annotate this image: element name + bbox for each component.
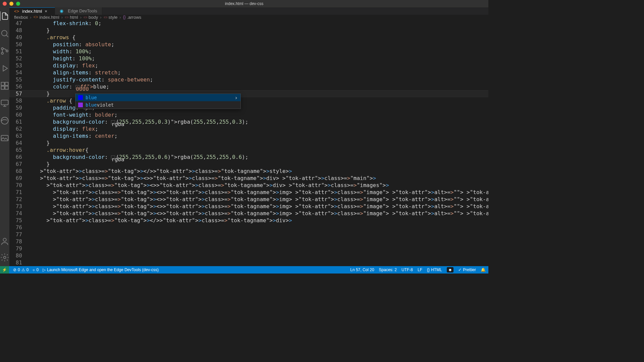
source-control-icon[interactable] (0, 46, 9, 56)
language-mode[interactable]: {} HTML (427, 267, 442, 272)
suggest-item-blue[interactable]: blue › (75, 94, 240, 101)
code-content[interactable]: flex-shrink: 0; } .arrows { position: ab… (34, 20, 488, 266)
svg-point-1 (1, 48, 3, 50)
close-icon[interactable]: × (45, 9, 50, 14)
suggest-item-blueviolet[interactable]: blueviolet (75, 101, 240, 109)
tab-label: Edge DevTools (68, 8, 97, 13)
chevron-right-icon: › (61, 15, 63, 20)
color-swatch-icon (78, 95, 83, 100)
editor-group-left: <> index.html × ◉ Edge DevTools ⋯ flexbo… (9, 7, 488, 266)
element-icon: ▭ (84, 15, 87, 19)
indentation[interactable]: Spaces: 2 (379, 267, 397, 272)
breadcrumb-item: <>index.html (34, 15, 59, 20)
svg-rect-4 (1, 82, 4, 85)
activity-bar (0, 7, 9, 266)
svg-rect-6 (1, 86, 4, 89)
svg-rect-10 (1, 135, 8, 141)
settings-gear-icon[interactable] (0, 253, 9, 262)
element-icon: ▭ (104, 15, 107, 19)
breadcrumb-item: {}.arrows (123, 15, 142, 20)
tab-label: index.html (22, 9, 42, 14)
prettier-status[interactable]: ✓ Prettier (458, 267, 476, 272)
launch-edge-task[interactable]: ▷Launch Microsoft Edge and open the Edge… (43, 267, 159, 272)
problems-errors[interactable]: ⊘0 ⚠0 (13, 267, 29, 272)
titlebar: index.html — dev-css (0, 0, 488, 7)
html-file-icon: <> (34, 15, 38, 19)
status-bar: ⚡ ⊘0 ⚠0 ⟐0 ▷Launch Microsoft Edge and op… (0, 266, 488, 274)
cursor-position[interactable]: Ln 57, Col 20 (350, 267, 374, 272)
chevron-right-icon: › (119, 15, 121, 20)
html-file-icon: <> (14, 8, 19, 14)
chevron-right-icon: › (80, 15, 82, 20)
encoding[interactable]: UTF-8 (401, 267, 413, 272)
svg-point-0 (2, 31, 7, 36)
tab-index-html[interactable]: <> index.html × (9, 7, 55, 15)
eol[interactable]: LF (418, 267, 422, 272)
account-icon[interactable] (0, 237, 9, 246)
edge-tools-icon[interactable] (0, 116, 9, 125)
breadcrumb-item: ▭style (104, 15, 118, 20)
window-close-icon[interactable] (3, 2, 7, 6)
chevron-right-icon: › (100, 15, 101, 20)
edge-icon: ◉ (60, 8, 65, 14)
tweet-feedback-icon[interactable]: ☻ (447, 267, 454, 273)
svg-point-9 (1, 117, 8, 124)
code-editor[interactable]: 4748495051525354555657585960616263646566… (9, 20, 488, 266)
chevron-right-icon: › (30, 15, 31, 20)
window-minimize-icon[interactable] (9, 2, 13, 6)
svg-rect-7 (5, 86, 8, 89)
run-debug-icon[interactable] (0, 64, 9, 73)
breadcrumbs[interactable]: flexbox › <>index.html › ▭html › ▭body ›… (9, 15, 488, 20)
svg-rect-8 (1, 100, 8, 105)
css-rule-icon: {} (123, 15, 126, 19)
window-title: index.html — dev-css (225, 1, 264, 6)
notifications-icon[interactable]: 🔔 (481, 267, 486, 272)
breadcrumb-item: ▭html (65, 15, 78, 20)
explorer-icon[interactable] (0, 11, 9, 21)
extensions-icon[interactable] (0, 81, 9, 90)
ports-forwarded[interactable]: ⟐0 (33, 267, 39, 272)
search-icon[interactable] (0, 29, 9, 38)
tab-edge-devtools[interactable]: ◉ Edge DevTools (55, 7, 102, 15)
editor-tabbar: <> index.html × ◉ Edge DevTools ⋯ (9, 7, 488, 15)
line-number-gutter: 4748495051525354555657585960616263646566… (9, 20, 28, 266)
element-icon: ▭ (65, 15, 68, 19)
breadcrumb-item: ▭body (84, 15, 98, 20)
svg-point-12 (4, 256, 6, 259)
window-zoom-icon[interactable] (16, 2, 20, 6)
svg-point-2 (1, 52, 3, 54)
intellisense-popup[interactable]: blue › blueviolet (75, 94, 241, 109)
breadcrumb-item: flexbox (14, 15, 28, 20)
chevron-right-icon: › (234, 94, 238, 101)
remote-indicator[interactable]: ⚡ (0, 266, 9, 274)
image-preview-icon[interactable] (0, 133, 9, 143)
svg-point-11 (3, 238, 6, 241)
svg-rect-5 (5, 82, 8, 85)
remote-explorer-icon[interactable] (0, 99, 9, 108)
color-swatch-icon (78, 103, 83, 107)
